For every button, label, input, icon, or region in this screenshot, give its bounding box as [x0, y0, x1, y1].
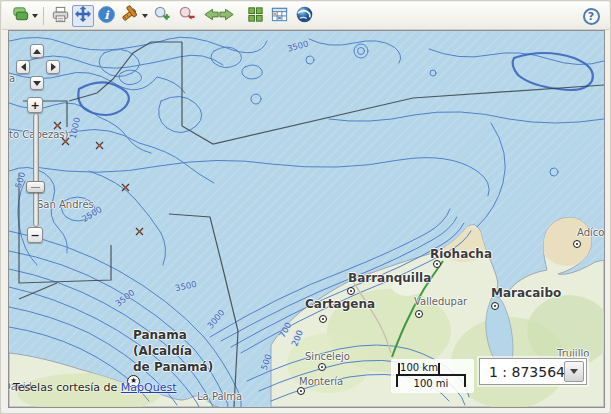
city-marker — [297, 387, 305, 395]
scale-select-value: 1 : 8735642 — [489, 364, 574, 380]
town-label-adicora: Adícora — [577, 227, 604, 238]
map-application-window: i — [0, 0, 611, 414]
edge-label-fragment: ra — [9, 73, 15, 84]
help-icon: ? — [583, 8, 600, 25]
full-extent-icon — [246, 5, 265, 28]
google-earth-globe-icon — [295, 5, 314, 28]
attribution-text: Teselas cortesía de — [13, 381, 121, 394]
pan-tool-button[interactable] — [72, 5, 94, 27]
city-marker — [415, 310, 423, 318]
attribution: Teselas cortesía de MapQuest — [13, 381, 176, 394]
toolbar: i — [2, 2, 609, 30]
town-label-monteria: Montería — [299, 376, 343, 387]
full-extent-button[interactable] — [244, 5, 266, 27]
pan-left-button[interactable] — [16, 60, 30, 74]
wreck-symbol — [61, 131, 70, 150]
wreck-symbol — [95, 135, 104, 154]
next-extent-button[interactable] — [215, 5, 237, 27]
town-label-sincelejo: Sincelejo — [305, 351, 350, 362]
city-label-riohacha: Riohacha — [430, 247, 492, 261]
print-icon — [51, 5, 70, 28]
zoom-out-tool-button[interactable] — [176, 5, 198, 27]
scale-bar-km-label: 100 km — [398, 362, 440, 373]
mapquest-link[interactable]: MapQuest — [121, 381, 177, 394]
pan-icon — [74, 5, 92, 27]
measure-tool-button[interactable] — [119, 5, 141, 27]
city-label-cartagena: Cartagena — [305, 297, 375, 311]
pan-up-button[interactable] — [30, 44, 44, 58]
arrow-right-icon — [51, 63, 56, 71]
zoom-in-magnifier-icon — [153, 5, 172, 28]
scale-bar-mi-label: 100 mi — [396, 378, 466, 389]
wreck-symbol — [135, 221, 144, 240]
pan-down-button[interactable] — [30, 76, 44, 90]
layers-icon — [11, 5, 30, 28]
city-label-maracaibo: Maracaibo — [491, 286, 561, 300]
scale-select[interactable]: 1 : 8735642 — [479, 358, 587, 385]
google-earth-button[interactable] — [293, 5, 315, 27]
layers-dropdown-caret[interactable] — [32, 14, 38, 18]
arrow-down-icon — [33, 81, 41, 86]
city-marker — [319, 315, 327, 323]
layers-button[interactable] — [9, 5, 31, 27]
scale-bar: 100 km 100 mi — [391, 359, 474, 393]
map-frame: 3500 3500 3500 3000 2500 1000 500 700 50… — [8, 30, 605, 408]
arrow-right-icon — [217, 5, 236, 28]
attribute-table-button[interactable] — [268, 5, 290, 27]
measure-dropdown-caret[interactable] — [142, 14, 148, 18]
city-marker — [318, 363, 326, 371]
map-canvas[interactable]: 3500 3500 3500 3000 2500 1000 500 700 50… — [9, 31, 604, 407]
zoom-in-button[interactable]: + — [27, 97, 43, 113]
identify-info-button[interactable]: i — [95, 5, 117, 27]
zoom-slider-track[interactable] — [33, 113, 39, 227]
pan-right-button[interactable] — [46, 60, 60, 74]
town-label-la-palma: La Palma — [197, 391, 242, 402]
scale-select-dropdown-button[interactable] — [564, 361, 584, 382]
toolbar-separator — [43, 7, 44, 25]
zoom-out-button[interactable]: − — [27, 227, 43, 243]
arrow-left-icon — [21, 63, 26, 71]
zoom-slider-thumb[interactable] — [26, 181, 45, 193]
info-icon: i — [97, 5, 116, 28]
city-marker — [491, 302, 499, 310]
zoom-in-tool-button[interactable] — [151, 5, 173, 27]
table-grid-icon — [270, 5, 289, 28]
city-marker — [573, 240, 581, 248]
zoom-out-magnifier-icon — [178, 5, 197, 28]
help-button[interactable]: ? — [580, 5, 602, 27]
town-label-san-andres: San Andrés — [37, 199, 94, 210]
town-label-valledupar: Valledupar — [414, 296, 467, 307]
wreck-symbol — [121, 177, 130, 196]
arrow-up-icon — [33, 49, 41, 54]
city-label-barranquilla: Barranquilla — [348, 271, 431, 285]
city-label-panama: Panama (Alcaldía de Panamá) — [133, 327, 213, 375]
city-marker — [433, 260, 441, 268]
measure-ruler-icon — [120, 4, 140, 28]
city-marker — [347, 287, 355, 295]
print-button[interactable] — [49, 5, 71, 27]
chevron-down-icon — [570, 369, 578, 374]
